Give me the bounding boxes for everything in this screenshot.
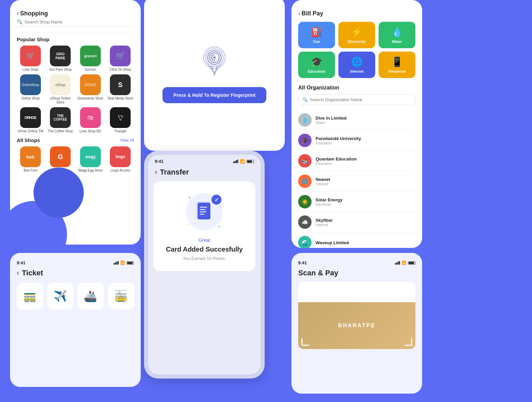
org-info-neanet: Neanet Internet: [316, 177, 330, 186]
loveshopbd-icon: 🛍: [80, 107, 101, 128]
scanpay-battery: [408, 261, 415, 265]
ticket-time: 9:41: [17, 260, 25, 265]
bill-telephone[interactable]: 📱 Telephone: [379, 52, 415, 78]
gropare-icon: GROPARE: [50, 46, 71, 66]
shop-item-gorceri[interactable]: groceri Gorceri: [77, 46, 104, 72]
shop-item-gropare[interactable]: GROPARE Gro Pare Shop: [47, 46, 74, 72]
qr-corner-tr: [405, 285, 412, 293]
ticket-back-icon[interactable]: ‹: [17, 269, 19, 277]
ticket-icons-row: 🚃 ✈️ 🚢 🚋: [17, 283, 134, 310]
all-shops-header: All Shops View All: [17, 137, 134, 143]
fingerprint-icon: [201, 44, 228, 78]
org-avatar-divein: 💧: [298, 113, 312, 127]
fingerprint-button[interactable]: Press & Hold To Register Fingerprint: [162, 87, 266, 103]
ticket-nav: ‹ Ticket: [17, 269, 134, 277]
org-item-quantam[interactable]: 📚 Quantam Education Education: [298, 151, 415, 171]
shop-item-triangle[interactable]: ▽ Triangle: [107, 107, 134, 133]
bill-electricity[interactable]: ⚡ Electricity: [338, 22, 375, 48]
shop-item-lingo[interactable]: lingo Lingo Access: [107, 146, 134, 173]
ticket-plane-icon[interactable]: ✈️: [47, 283, 74, 310]
ticket-metro-icon[interactable]: 🚋: [108, 283, 134, 310]
dovezieme-icon: DOVEZ: [80, 74, 101, 95]
gropare-label: Gro Pare Shop: [49, 68, 72, 72]
wifi-icon: 📶: [240, 159, 245, 164]
shop-search-input[interactable]: [24, 19, 134, 24]
org-item-neanet[interactable]: 🌐 Neanet Internet: [298, 171, 415, 192]
org-item-skyfiber[interactable]: ☁️ Skyfiber Internet: [298, 212, 415, 232]
clickon-label: Click On Shop: [110, 68, 131, 72]
love-shop-label: Love Shop: [22, 68, 39, 72]
ticket-ship-icon[interactable]: 🚢: [77, 283, 104, 310]
org-search-icon: 🔍: [303, 97, 308, 102]
signal-bars: [233, 159, 238, 163]
success-title: Card Added Succesfully: [166, 246, 243, 253]
org-avatar-paredaside: 🎓: [298, 134, 312, 147]
lingo-label: Lingo Access: [111, 169, 130, 173]
scanpay-title: Scan & Pay: [298, 269, 415, 277]
shop-item-seal[interactable]: S Seal Media Store: [107, 74, 134, 105]
bill-water[interactable]: 💧 Water: [379, 22, 415, 48]
bob-icon: bob: [20, 146, 41, 167]
shop-item-orhoe[interactable]: ORHOE Orhoe Online TM: [17, 107, 44, 133]
ticket-train-icon[interactable]: 🚃: [17, 283, 43, 310]
ticket-title: Ticket: [22, 269, 43, 277]
bob-label: Bob Font: [23, 169, 37, 173]
shop-item-dovezieme[interactable]: DOVEZ Dovezieme Store: [77, 74, 104, 105]
transfer-phone-shell: 9:41 📶 ‹ Transfer: [144, 151, 265, 379]
gorceri-icon: groceri: [80, 46, 101, 66]
shop-item-loveshopbd[interactable]: 🛍 Love Shop BD: [77, 107, 104, 133]
shop-item-love[interactable]: 🛒 Love Shop: [17, 46, 44, 72]
bill-internet[interactable]: 🌐 Internet: [338, 52, 375, 78]
bill-education[interactable]: 🎓 Education: [298, 52, 335, 78]
shop-item-clickon[interactable]: 🛒 Click On Shop: [107, 46, 134, 72]
success-check-badge: ✓: [211, 195, 221, 205]
org-avatar-quantam: 📚: [298, 154, 312, 168]
scanpay-status-icons: 📶: [395, 261, 415, 265]
org-list: 💧 Dive In Limited Water 🎓 Paredaside Uni…: [298, 110, 415, 248]
gas-label: Gas: [313, 40, 320, 44]
orhoe-icon: ORHOE: [20, 107, 41, 128]
shop-item-coffee[interactable]: THE COFFEE The Coffee Shop: [47, 107, 74, 133]
electricity-label: Electricity: [348, 40, 366, 44]
triangle-icon: ▽: [110, 107, 131, 128]
shop-item-online[interactable]: OnlineShop Online Shop: [17, 74, 44, 105]
deco-dot-1: [189, 197, 191, 199]
shop-item-bob[interactable]: bob Bob Font: [17, 146, 44, 173]
dovezieme-label: Dovezieme Store: [77, 96, 103, 100]
internet-icon: 🌐: [351, 56, 363, 67]
org-name-skyfiber: Skyfiber: [316, 218, 333, 223]
shop-item-wagg[interactable]: wagg Wagg Egg Store: [77, 146, 104, 173]
org-info-paredaside: Paredaside University Education: [316, 136, 361, 145]
shop-item-eshop[interactable]: eShop eShop Online Store: [47, 74, 74, 105]
org-info-divein: Dive In Limited Water: [316, 116, 346, 125]
popular-shop-grid: 🛒 Love Shop GROPARE Gro Pare Shop grocer…: [17, 46, 134, 133]
ticket-card: 9:41 📶 ‹ Ticket 🚃 ✈️ 🚢 🚋: [10, 253, 141, 387]
bill-gas[interactable]: ⛽ Gas: [298, 22, 335, 48]
transfer-phone-outer: 9:41 📶 ‹ Transfer: [144, 151, 265, 379]
popular-shop-title: Popular Shop: [17, 37, 134, 42]
org-item-waveup[interactable]: 🌊 Waveup Limited: [298, 232, 415, 248]
org-search-bar: 🔍: [298, 94, 415, 105]
shopping-back-button[interactable]: ‹: [17, 10, 19, 17]
electricity-icon: ⚡: [351, 26, 363, 38]
org-name-paredaside: Paredaside University: [316, 136, 361, 141]
org-item-solar[interactable]: ☀️ Solar Energy Electricity: [298, 192, 415, 212]
org-item-paredaside[interactable]: 🎓 Paredaside University Education: [298, 130, 415, 151]
online-icon: OnlineShop: [20, 74, 41, 95]
transfer-status-bar: 9:41 📶: [148, 155, 261, 166]
org-search-input[interactable]: [310, 97, 411, 102]
gas-icon: ⛽: [311, 26, 323, 38]
transfer-back-icon[interactable]: ‹: [155, 168, 157, 177]
transfer-title: Transfer: [160, 168, 189, 177]
water-label: Water: [392, 40, 402, 44]
svg-rect-3: [200, 207, 207, 208]
lingo-icon: lingo: [110, 146, 131, 167]
org-item-diveinlimited[interactable]: 💧 Dive In Limited Water: [298, 110, 415, 130]
grofers-icon: G: [50, 146, 71, 167]
shop-search-bar: 🔍: [17, 19, 134, 27]
card-brand-text: BHARATPE: [338, 323, 376, 329]
view-all-link[interactable]: View All: [120, 138, 134, 143]
water-icon: 💧: [391, 26, 403, 38]
ticket-status-bar: 9:41 📶: [17, 260, 134, 269]
billpay-back-icon[interactable]: ‹: [298, 10, 300, 17]
